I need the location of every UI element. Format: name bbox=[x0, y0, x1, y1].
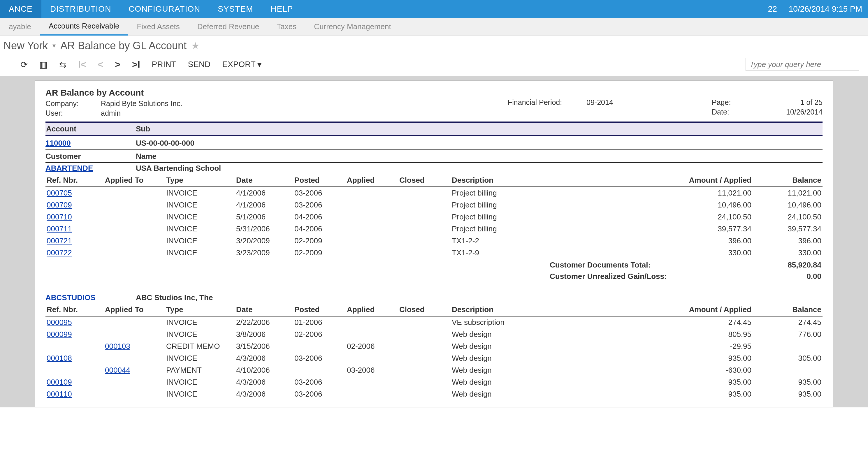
sub-item-taxes[interactable]: Taxes bbox=[268, 18, 305, 36]
company-value: Rapid Byte Solutions Inc. bbox=[101, 99, 182, 108]
col-ref: Ref. Nbr. bbox=[45, 303, 104, 316]
col-closed: Closed bbox=[398, 174, 451, 187]
col-amt: Amount / Applied bbox=[662, 174, 752, 187]
table-row: 000044PAYMENT4/10/200603-2006Web design-… bbox=[45, 364, 823, 376]
breadcrumb-company[interactable]: New York bbox=[3, 40, 48, 52]
col-desc: Description bbox=[451, 174, 662, 187]
user-value: admin bbox=[101, 109, 121, 118]
ref-link[interactable]: 000721 bbox=[46, 236, 72, 245]
menu-item-finance[interactable]: ANCE bbox=[0, 0, 41, 18]
sub-item-payable[interactable]: ayable bbox=[0, 18, 40, 36]
notification-badge[interactable]: 22 bbox=[768, 4, 777, 14]
account-link[interactable]: 110000 bbox=[45, 139, 71, 148]
refresh-icon[interactable]: ⟳ bbox=[21, 59, 28, 70]
ref-link[interactable]: 000099 bbox=[46, 330, 72, 339]
ref-link[interactable]: 000711 bbox=[46, 224, 72, 233]
menu-item-help[interactable]: HELP bbox=[262, 0, 302, 18]
report-toolbar: ⟳ ▥ ⇆ I< < > >I PRINT SEND EXPORT ▾ bbox=[0, 55, 868, 76]
ref-link[interactable]: 000705 bbox=[46, 189, 72, 197]
params-icon[interactable]: ▥ bbox=[39, 59, 48, 70]
account-band-header: Account Sub bbox=[45, 123, 823, 136]
page-label: Page: bbox=[712, 98, 731, 107]
sub-menu-bar: ayable Accounts Receivable Fixed Assets … bbox=[0, 18, 868, 36]
sub-item-deferred-revenue[interactable]: Deferred Revenue bbox=[189, 18, 268, 36]
table-row: 000711INVOICE5/31/200604-2006Project bil… bbox=[45, 223, 823, 235]
ref-link[interactable]: 000108 bbox=[46, 354, 72, 363]
customer-col-label: Customer bbox=[45, 152, 136, 161]
col-ref: Ref. Nbr. bbox=[45, 174, 104, 187]
customer-link[interactable]: ABCSTUDIOS bbox=[45, 293, 96, 302]
col-bal: Balance bbox=[752, 174, 823, 187]
col-date: Date bbox=[235, 303, 293, 316]
table-row: 000099INVOICE3/8/200602-2006Web design80… bbox=[45, 329, 823, 340]
report-page: AR Balance by Account Company:Rapid Byte… bbox=[35, 81, 833, 407]
table-row: 000722INVOICE3/23/200902-2009TX1-2-9330.… bbox=[45, 247, 823, 259]
menu-item-distribution[interactable]: DISTRIBUTION bbox=[41, 0, 120, 18]
screen-title: AR Balance by GL Account bbox=[60, 40, 187, 52]
detail-table: Ref. Nbr.Applied ToTypeDatePostedApplied… bbox=[45, 303, 823, 400]
first-page-icon[interactable]: I< bbox=[78, 59, 86, 70]
ref-link[interactable]: 000709 bbox=[46, 200, 72, 209]
table-row: 000110INVOICE4/3/200603-2006Web design93… bbox=[45, 388, 823, 400]
favorite-star-icon[interactable]: ★ bbox=[191, 40, 200, 51]
ref-link[interactable]: 000095 bbox=[46, 318, 72, 327]
customer-name: USA Bartending School bbox=[136, 164, 823, 173]
query-input[interactable] bbox=[746, 58, 859, 71]
table-row: 000709INVOICE4/1/200603-2006Project bill… bbox=[45, 199, 823, 211]
col-appto: Applied To bbox=[104, 174, 165, 187]
menu-item-system[interactable]: SYSTEM bbox=[209, 0, 262, 18]
top-menu-bar: ANCE DISTRIBUTION CONFIGURATION SYSTEM H… bbox=[0, 0, 868, 18]
ref-link[interactable]: 000110 bbox=[46, 389, 72, 398]
export-label: EXPORT bbox=[222, 60, 256, 69]
name-col-label: Name bbox=[136, 152, 823, 161]
table-row: 000721INVOICE3/20/200902-2009TX1-2-2396.… bbox=[45, 235, 823, 247]
sub-item-currency[interactable]: Currency Management bbox=[305, 18, 400, 36]
customer-row: ABARTENDEUSA Bartending School bbox=[45, 163, 823, 174]
next-page-icon[interactable]: > bbox=[115, 59, 120, 70]
table-row: 000095INVOICE2/22/200601-2006VE subscrip… bbox=[45, 316, 823, 329]
col-type: Type bbox=[165, 174, 235, 187]
date-label: Date: bbox=[712, 108, 729, 116]
prev-page-icon[interactable]: < bbox=[98, 59, 103, 70]
export-button[interactable]: EXPORT ▾ bbox=[222, 60, 261, 69]
applied-to-link[interactable]: 000103 bbox=[105, 342, 130, 350]
col-bal: Balance bbox=[752, 303, 823, 316]
customer-header-row: Customer Name bbox=[45, 150, 823, 163]
caret-down-icon: ▾ bbox=[257, 60, 261, 69]
chevron-down-icon[interactable]: ▾ bbox=[53, 42, 56, 50]
menu-item-configuration[interactable]: CONFIGURATION bbox=[120, 0, 209, 18]
totals-docs-label: Customer Documents Total: bbox=[550, 260, 651, 270]
col-desc: Description bbox=[451, 303, 662, 316]
last-page-icon[interactable]: >I bbox=[132, 59, 140, 70]
sub-item-receivable[interactable]: Accounts Receivable bbox=[40, 18, 128, 36]
customer-link[interactable]: ABARTENDE bbox=[45, 164, 93, 173]
report-header: AR Balance by Account Company:Rapid Byte… bbox=[45, 88, 823, 119]
print-button[interactable]: PRINT bbox=[152, 60, 176, 69]
table-row: 000109INVOICE4/3/200603-2006Web design93… bbox=[45, 376, 823, 388]
system-datetime: 10/26/2014 9:15 PM bbox=[789, 4, 862, 14]
col-appto: Applied To bbox=[104, 303, 165, 316]
col-date: Date bbox=[235, 174, 293, 187]
ref-link[interactable]: 000722 bbox=[46, 248, 72, 257]
col-applied: Applied bbox=[346, 303, 398, 316]
table-row: 000103CREDIT MEMO3/15/200602-2006Web des… bbox=[45, 340, 823, 352]
customer-totals: Customer Documents Total:85,920.84Custom… bbox=[45, 259, 823, 282]
col-type: Type bbox=[165, 303, 235, 316]
sub-col-label: Sub bbox=[136, 124, 823, 133]
send-button[interactable]: SEND bbox=[188, 60, 211, 69]
table-row: 000710INVOICE5/1/200604-2006Project bill… bbox=[45, 211, 823, 223]
ref-link[interactable]: 000710 bbox=[46, 212, 72, 221]
finperiod-value: 09-2014 bbox=[586, 98, 613, 107]
groups-icon[interactable]: ⇆ bbox=[59, 59, 66, 70]
account-col-label: Account bbox=[45, 124, 136, 133]
screen-title-bar: New York ▾ AR Balance by GL Account ★ bbox=[0, 36, 868, 55]
col-posted: Posted bbox=[293, 303, 346, 316]
ref-link[interactable]: 000109 bbox=[46, 378, 72, 386]
totals-docs-value: 85,920.84 bbox=[787, 260, 822, 270]
col-posted: Posted bbox=[293, 174, 346, 187]
col-amt: Amount / Applied bbox=[662, 303, 752, 316]
applied-to-link[interactable]: 000044 bbox=[105, 366, 130, 374]
col-applied: Applied bbox=[346, 174, 398, 187]
col-closed: Closed bbox=[398, 303, 451, 316]
sub-item-fixed-assets[interactable]: Fixed Assets bbox=[128, 18, 188, 36]
